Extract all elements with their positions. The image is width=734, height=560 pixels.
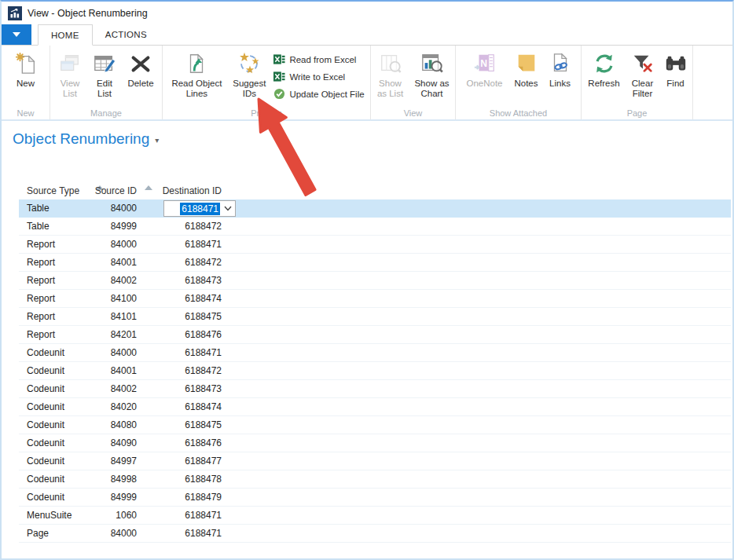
cell-source-id[interactable]: 84999	[91, 492, 154, 503]
read-from-excel-button[interactable]: Read from Excel	[270, 52, 367, 67]
cell-source-type[interactable]: Codeunit	[19, 456, 91, 467]
cell-destination-id[interactable]: 6188479	[154, 492, 226, 503]
table-row[interactable]: Page840006188471	[19, 525, 731, 543]
suggest-ids-button[interactable]: Suggest IDs	[228, 47, 270, 99]
cell-source-type[interactable]: Codeunit	[19, 365, 91, 376]
table-row[interactable]: Codeunit849996188479	[19, 489, 731, 507]
table-row[interactable]: Codeunit840906188476	[19, 434, 731, 452]
read-object-lines-button[interactable]: Read Object Lines	[165, 47, 228, 99]
table-row[interactable]: Report840006188471	[19, 236, 731, 254]
table-row[interactable]: Report841016188475	[19, 308, 731, 326]
cell-source-id[interactable]: 84998	[91, 474, 154, 485]
cell-source-id[interactable]: 84080	[91, 419, 154, 430]
cell-source-type[interactable]: Report	[19, 257, 91, 268]
notes-button[interactable]: Notes	[509, 47, 544, 89]
new-button-label: New	[17, 79, 35, 89]
application-menu-button[interactable]	[2, 24, 31, 45]
cell-destination-id[interactable]: 6188474	[154, 401, 226, 412]
cell-source-type[interactable]: Report	[19, 239, 91, 250]
cell-source-id[interactable]: 84999	[91, 221, 154, 232]
selected-cell-value[interactable]: 6188471	[180, 203, 220, 215]
cell-destination-id[interactable]: 6188477	[154, 456, 226, 467]
cell-source-type[interactable]: Codeunit	[19, 437, 91, 448]
cell-source-type[interactable]: Table	[19, 203, 91, 214]
write-to-excel-button[interactable]: Write to Excel	[270, 69, 367, 84]
tab-home[interactable]: HOME	[38, 24, 93, 46]
cell-source-id[interactable]: 84002	[91, 275, 154, 286]
cell-source-id[interactable]: 84101	[91, 311, 154, 322]
cell-destination-id[interactable]: 6188476	[154, 437, 226, 448]
new-button[interactable]: New	[8, 47, 44, 89]
cell-source-type[interactable]: Report	[19, 293, 91, 304]
cell-destination-id[interactable]: 6188475	[154, 419, 226, 430]
cell-source-id[interactable]: 1060	[91, 510, 154, 521]
cell-source-id[interactable]: 84001	[91, 365, 154, 376]
cell-source-id[interactable]: 84020	[91, 401, 154, 412]
cell-destination-id[interactable]: 6188473	[154, 383, 226, 394]
cell-destination-id[interactable]: 6188471	[154, 347, 226, 358]
show-as-chart-button[interactable]: Show as Chart	[409, 47, 455, 99]
cell-destination-id[interactable]: 6188478	[154, 474, 226, 485]
cell-destination-id[interactable]: 6188472	[154, 365, 226, 376]
clear-filter-button[interactable]: Clear Filter	[626, 47, 660, 99]
cell-destination-id[interactable]: 6188472	[154, 221, 226, 232]
cell-destination-id[interactable]: 6188471	[154, 510, 226, 521]
cell-source-id[interactable]: 84000	[91, 239, 154, 250]
destination-id-edit-cell[interactable]: 6188471	[163, 200, 236, 217]
cell-source-id[interactable]: 84100	[91, 293, 154, 304]
edit-list-button[interactable]: Edit List	[87, 47, 122, 99]
cell-source-type[interactable]: Codeunit	[19, 401, 91, 412]
table-row[interactable]: Codeunit840026188473	[19, 380, 731, 398]
table-row[interactable]: Report840026188473	[19, 272, 731, 290]
table-row[interactable]: Codeunit840016188472	[19, 362, 731, 380]
cell-source-id[interactable]: 84997	[91, 456, 154, 467]
cell-source-type[interactable]: Report	[19, 275, 91, 286]
cell-source-id[interactable]: 84201	[91, 329, 154, 340]
cell-source-type[interactable]: Codeunit	[19, 383, 91, 394]
cell-source-type[interactable]: Codeunit	[19, 419, 91, 430]
cell-source-type[interactable]: Report	[19, 329, 91, 340]
table-row[interactable]: Table840006188471	[19, 199, 731, 218]
cell-destination-id[interactable]: 6188474	[154, 293, 226, 304]
table-row[interactable]: Codeunit840206188474	[19, 398, 731, 416]
table-row[interactable]: Codeunit840806188475	[19, 416, 731, 434]
column-header-source-id[interactable]: Source ID	[91, 185, 154, 196]
cell-source-id[interactable]: 84001	[91, 257, 154, 268]
cell-destination-id[interactable]: 6188475	[154, 311, 226, 322]
refresh-button[interactable]: Refresh	[583, 47, 626, 89]
cell-source-id[interactable]: 84000	[91, 528, 154, 539]
table-row[interactable]: MenuSuite10606188471	[19, 507, 731, 525]
cell-source-id[interactable]: 84000	[91, 347, 154, 358]
column-header-source-type[interactable]: Source Type	[19, 185, 91, 196]
table-row[interactable]: Report841006188474	[19, 290, 731, 308]
table-row[interactable]: Codeunit849986188478	[19, 470, 731, 489]
page-title-caret-icon[interactable]: ▾	[155, 136, 159, 145]
cell-source-type[interactable]: Table	[19, 221, 91, 232]
chevron-down-icon[interactable]	[222, 203, 233, 214]
cell-source-type[interactable]: Codeunit	[19, 347, 91, 358]
cell-source-id[interactable]: 84000	[91, 203, 154, 214]
delete-button[interactable]: Delete	[122, 47, 160, 89]
table-row[interactable]: Codeunit840006188471	[19, 344, 731, 362]
cell-source-type[interactable]: Codeunit	[19, 474, 91, 485]
cell-destination-id[interactable]: 6188472	[154, 257, 226, 268]
tab-actions[interactable]: ACTIONS	[93, 24, 160, 45]
cell-destination-id[interactable]: 6188476	[154, 329, 226, 340]
table-row[interactable]: Codeunit849976188477	[19, 452, 731, 470]
cell-destination-id[interactable]: 6188471	[154, 528, 226, 539]
cell-source-type[interactable]: MenuSuite	[19, 510, 91, 521]
cell-source-type[interactable]: Page	[19, 528, 91, 539]
update-object-file-button[interactable]: Update Object File	[270, 86, 367, 101]
column-header-destination-id[interactable]: Destination ID	[154, 185, 226, 196]
table-row[interactable]: Table849996188472	[19, 218, 731, 236]
table-row[interactable]: Report842016188476	[19, 326, 731, 344]
cell-destination-id[interactable]: 6188471	[154, 239, 226, 250]
cell-source-type[interactable]: Report	[19, 311, 91, 322]
cell-source-id[interactable]: 84090	[91, 437, 154, 448]
find-button[interactable]: Find	[660, 47, 692, 89]
cell-source-id[interactable]: 84002	[91, 383, 154, 394]
links-button[interactable]: Links	[544, 47, 577, 89]
table-row[interactable]: Report840016188472	[19, 254, 731, 272]
cell-source-type[interactable]: Codeunit	[19, 492, 91, 503]
cell-destination-id[interactable]: 6188473	[154, 275, 226, 286]
